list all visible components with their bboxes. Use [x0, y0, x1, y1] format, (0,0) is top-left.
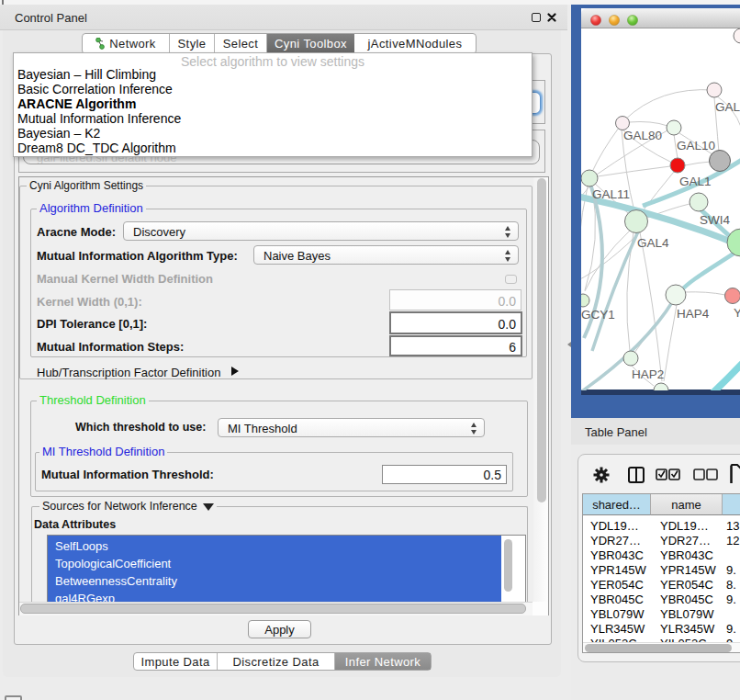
svg-text:GAL10: GAL10 [677, 139, 715, 152]
svg-text:GAL4: GAL4 [637, 236, 669, 250]
svg-text:GAL1: GAL1 [679, 175, 712, 188]
svg-text:HAP2: HAP2 [632, 367, 664, 381]
svg-text:GCY1: GCY1 [581, 308, 615, 322]
svg-text:GAL7: GAL7 [715, 100, 740, 114]
svg-text:YM: YM [734, 306, 740, 320]
svg-text:HAP4: HAP4 [677, 307, 710, 321]
svg-text:GAL11: GAL11 [592, 187, 630, 201]
svg-text:SWI4: SWI4 [700, 213, 730, 227]
svg-text:GAL80: GAL80 [623, 129, 662, 142]
